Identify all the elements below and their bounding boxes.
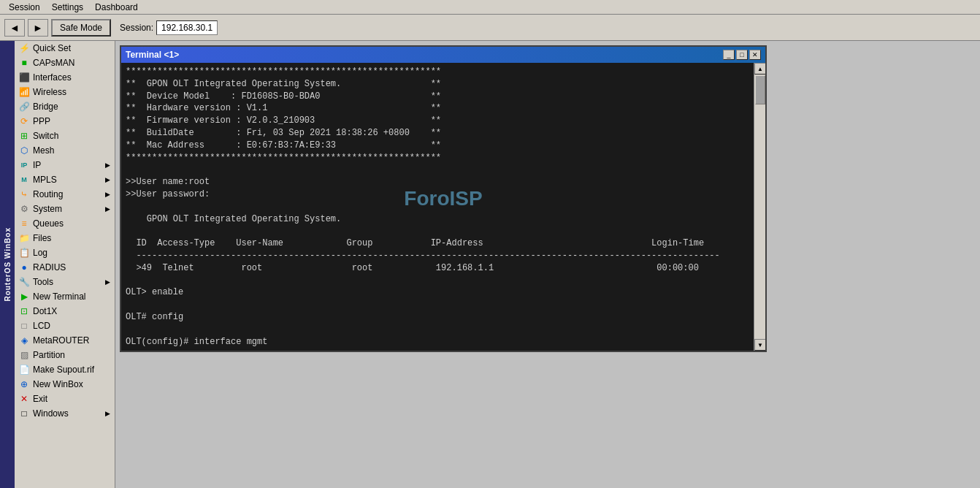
sidebar-item-log[interactable]: 📋 Log: [15, 245, 115, 260]
new-winbox-icon: ⊕: [19, 379, 29, 389]
terminal-line-1: ****************************************…: [126, 66, 441, 77]
tools-arrow-icon: ▶: [105, 278, 110, 286]
sidebar-item-system[interactable]: ⚙ System ▶: [15, 202, 115, 216]
partition-icon: ▨: [19, 350, 29, 360]
mesh-icon: ⬡: [19, 145, 29, 156]
sidebar-item-bridge[interactable]: 🔗 Bridge: [15, 99, 115, 114]
sidebar-label-quick-set: Quick Set: [33, 43, 71, 53]
terminal-line-8: ****************************************…: [126, 153, 441, 163]
terminal-line-6: ** BuildDate : Fri, 03 Sep 2021 18:38:26…: [126, 128, 441, 138]
sidebar-item-exit[interactable]: ✕ Exit: [15, 392, 115, 406]
bridge-icon: 🔗: [19, 102, 29, 112]
sidebar-item-routing[interactable]: ⤷ Routing ▶: [15, 187, 115, 202]
terminal-restore-button[interactable]: □: [736, 50, 748, 60]
sidebar-item-ppp[interactable]: ⟳ PPP: [15, 114, 115, 129]
make-supout-icon: 📄: [19, 365, 29, 375]
sidebar-item-make-supout[interactable]: 📄 Make Supout.rif: [15, 362, 115, 377]
sidebar-label-routing: Routing: [33, 189, 63, 199]
sidebar-label-lcd: LCD: [33, 321, 50, 331]
sidebar-label-windows: Windows: [33, 408, 69, 419]
sidebar-item-partition[interactable]: ▨ Partition: [15, 348, 115, 362]
system-icon: ⚙: [19, 204, 29, 214]
scroll-thumb[interactable]: [755, 75, 765, 104]
ip-arrow-icon: ▶: [105, 161, 110, 169]
terminal-minimize-button[interactable]: _: [723, 50, 735, 60]
menu-settings[interactable]: Settings: [46, 1, 89, 14]
sidebar-item-mpls[interactable]: M MPLS ▶: [15, 172, 115, 187]
safe-mode-button[interactable]: Safe Mode: [51, 19, 111, 37]
scroll-track: [754, 75, 765, 339]
terminal-line-3: ** Device Model : FD1608S-B0-BDA0 **: [126, 91, 441, 102]
menu-dashboard[interactable]: Dashboard: [89, 1, 144, 14]
dot1x-icon: ⊡: [19, 306, 29, 316]
sidebar-item-capsman[interactable]: ■ CAPsMAN: [15, 56, 115, 70]
sidebar-label-new-winbox: New WinBox: [33, 379, 83, 389]
windows-icon: □: [19, 408, 29, 419]
sidebar-item-lcd[interactable]: □ LCD: [15, 319, 115, 333]
terminal-close-button[interactable]: ✕: [749, 50, 761, 60]
sidebar-label-interfaces: Interfaces: [33, 72, 72, 83]
terminal-line-7: ** Mac Address : E0:67:B3:7A:E9:33 **: [126, 140, 441, 150]
scroll-up-button[interactable]: ▲: [754, 63, 765, 75]
routing-icon: ⤷: [19, 189, 29, 199]
terminal-line-14: >49 Telnet root root 192.168.1.1 00:00:0…: [126, 263, 699, 273]
capsman-icon: ■: [19, 58, 29, 68]
sidebar-item-mesh[interactable]: ⬡ Mesh: [15, 143, 115, 158]
terminal-line-10: >>User password:: [126, 189, 210, 199]
sidebar-label-wireless: Wireless: [33, 87, 66, 97]
sidebar-item-dot1x[interactable]: ⊡ Dot1X: [15, 304, 115, 319]
terminal-window: Terminal <1> _ □ ✕ *********************…: [120, 45, 767, 352]
sidebar-label-make-supout: Make Supout.rif: [33, 365, 94, 375]
terminal-line-2: ** GPON OLT Integrated Operating System.…: [126, 79, 441, 89]
scroll-down-button[interactable]: ▼: [754, 339, 765, 351]
terminal-body: ****************************************…: [121, 63, 765, 351]
sidebar-label-new-terminal: New Terminal: [33, 291, 85, 302]
sidebar-label-switch: Switch: [33, 131, 58, 141]
sidebar-label-exit: Exit: [33, 394, 47, 404]
terminal-titlebar: Terminal <1> _ □ ✕: [121, 47, 765, 63]
sidebar-label-bridge: Bridge: [33, 102, 58, 112]
session-ip: 192.168.30.1: [156, 20, 218, 35]
menu-session[interactable]: Session: [3, 1, 46, 14]
sidebar-item-windows[interactable]: □ Windows ▶: [15, 406, 115, 421]
terminal-line-5: ** Firmware version : V2.0.3_210903 **: [126, 115, 441, 126]
menu-bar: Session Settings Dashboard: [0, 0, 980, 15]
sidebar-item-radius[interactable]: ● RADIUS: [15, 260, 115, 275]
sidebar-label-ip: IP: [33, 160, 41, 170]
sidebar-item-interfaces[interactable]: ⬛ Interfaces: [15, 70, 115, 85]
sidebar-item-ip[interactable]: IP IP ▶: [15, 158, 115, 172]
tools-icon: 🔧: [19, 277, 29, 287]
terminal-content[interactable]: ****************************************…: [121, 63, 754, 351]
routing-arrow-icon: ▶: [105, 191, 110, 198]
main-layout: ⚡ Quick Set ■ CAPsMAN ⬛ Interfaces 📶 Wir…: [15, 41, 980, 488]
lcd-icon: □: [19, 321, 29, 331]
sidebar-item-quick-set[interactable]: ⚡ Quick Set: [15, 41, 115, 56]
sidebar-item-files[interactable]: 📁 Files: [15, 231, 115, 245]
toolbar: ◄ ► Safe Mode Session: 192.168.30.1: [0, 15, 980, 41]
files-icon: 📁: [19, 233, 29, 243]
metarouter-icon: ◈: [19, 335, 29, 346]
sidebar-label-capsman: CAPsMAN: [33, 58, 74, 68]
sidebar-item-metarouter[interactable]: ◈ MetaROUTER: [15, 333, 115, 348]
terminal-line-17: OLT(config)# interface mgmt: [126, 337, 267, 347]
log-icon: 📋: [19, 248, 29, 258]
winbox-label: RouterOS WinBox: [4, 227, 12, 302]
terminal-line-13: ----------------------------------------…: [126, 251, 720, 261]
interfaces-icon: ⬛: [19, 72, 29, 83]
sidebar-label-partition: Partition: [33, 350, 65, 360]
mpls-icon: M: [19, 175, 29, 185]
sidebar-item-wireless[interactable]: 📶 Wireless: [15, 85, 115, 99]
forward-button[interactable]: ►: [28, 19, 48, 37]
sidebar-label-tools: Tools: [33, 277, 53, 287]
sidebar-item-queues[interactable]: ≡ Queues: [15, 216, 115, 231]
terminal-line-4: ** Hardware version : V1.1 **: [126, 103, 441, 113]
radius-icon: ●: [19, 262, 29, 272]
terminal-title: Terminal <1>: [126, 50, 179, 60]
sidebar-item-new-winbox[interactable]: ⊕ New WinBox: [15, 377, 115, 392]
back-button[interactable]: ◄: [4, 19, 25, 37]
sidebar-item-tools[interactable]: 🔧 Tools ▶: [15, 275, 115, 289]
session-label: Session:: [120, 23, 153, 33]
sidebar-item-switch[interactable]: ⊞ Switch: [15, 129, 115, 143]
sidebar-item-new-terminal[interactable]: ▶ New Terminal: [15, 289, 115, 304]
sidebar-label-metarouter: MetaROUTER: [33, 335, 89, 346]
